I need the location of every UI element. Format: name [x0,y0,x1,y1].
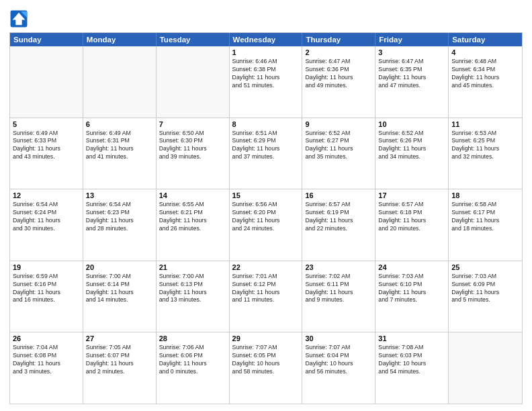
calendar-row: 5Sunrise: 6:49 AM Sunset: 6:33 PM Daylig… [10,118,522,190]
calendar-cell: 9Sunrise: 6:52 AM Sunset: 6:27 PM Daylig… [302,118,375,189]
calendar-cell: 18Sunrise: 6:58 AM Sunset: 6:17 PM Dayli… [449,189,522,261]
day-number: 21 [159,263,226,271]
calendar-cell: 25Sunrise: 7:03 AM Sunset: 6:09 PM Dayli… [449,261,522,332]
calendar-row: 19Sunrise: 6:59 AM Sunset: 6:16 PM Dayli… [10,261,522,333]
calendar-cell: 12Sunrise: 6:54 AM Sunset: 6:24 PM Dayli… [10,189,83,261]
day-number: 15 [232,191,300,199]
cell-info: Sunrise: 7:02 AM Sunset: 6:11 PM Dayligh… [305,273,372,305]
weekday-header: Friday [375,33,449,46]
day-number: 12 [13,191,80,199]
calendar-cell [10,46,83,118]
cell-info: Sunrise: 7:00 AM Sunset: 6:14 PM Dayligh… [86,273,153,305]
day-number: 24 [378,263,445,271]
calendar-body: 1Sunrise: 6:46 AM Sunset: 6:38 PM Daylig… [10,46,522,404]
calendar-cell [157,46,230,118]
cell-info: Sunrise: 6:48 AM Sunset: 6:34 PM Dayligh… [451,58,519,90]
weekday-header: Saturday [449,33,522,46]
calendar-cell: 4Sunrise: 6:48 AM Sunset: 6:34 PM Daylig… [449,46,522,118]
calendar: SundayMondayTuesdayWednesdayThursdayFrid… [9,32,523,404]
cell-info: Sunrise: 6:52 AM Sunset: 6:27 PM Dayligh… [305,130,372,162]
calendar-cell: 7Sunrise: 6:50 AM Sunset: 6:30 PM Daylig… [157,118,230,189]
day-number: 3 [378,48,445,56]
day-number: 13 [86,191,153,199]
weekday-header: Sunday [10,33,83,46]
day-number: 8 [232,120,300,128]
cell-info: Sunrise: 6:51 AM Sunset: 6:29 PM Dayligh… [232,130,300,162]
calendar-cell: 19Sunrise: 6:59 AM Sunset: 6:16 PM Dayli… [10,261,83,332]
cell-info: Sunrise: 7:07 AM Sunset: 6:04 PM Dayligh… [305,344,372,376]
day-number: 31 [378,334,445,342]
calendar-cell: 2Sunrise: 6:47 AM Sunset: 6:36 PM Daylig… [302,46,375,118]
cell-info: Sunrise: 7:00 AM Sunset: 6:13 PM Dayligh… [159,273,226,305]
day-number: 30 [305,334,372,342]
day-number: 20 [86,263,153,271]
calendar-cell: 8Sunrise: 6:51 AM Sunset: 6:29 PM Daylig… [230,118,303,189]
weekday-header: Monday [83,33,157,46]
day-number: 4 [451,48,519,56]
day-number: 25 [451,263,519,271]
calendar-cell: 24Sunrise: 7:03 AM Sunset: 6:10 PM Dayli… [375,261,449,332]
calendar-cell: 14Sunrise: 6:55 AM Sunset: 6:21 PM Dayli… [157,189,230,261]
calendar-cell: 27Sunrise: 7:05 AM Sunset: 6:07 PM Dayli… [83,332,157,404]
cell-info: Sunrise: 6:55 AM Sunset: 6:21 PM Dayligh… [159,201,226,233]
cell-info: Sunrise: 6:54 AM Sunset: 6:23 PM Dayligh… [86,201,153,233]
calendar-cell: 13Sunrise: 6:54 AM Sunset: 6:23 PM Dayli… [83,189,157,261]
calendar-cell: 21Sunrise: 7:00 AM Sunset: 6:13 PM Dayli… [157,261,230,332]
cell-info: Sunrise: 7:08 AM Sunset: 6:03 PM Dayligh… [378,344,445,376]
calendar-cell: 31Sunrise: 7:08 AM Sunset: 6:03 PM Dayli… [375,332,449,404]
cell-info: Sunrise: 6:52 AM Sunset: 6:26 PM Dayligh… [378,130,445,162]
weekday-header: Wednesday [230,33,303,46]
calendar-row: 12Sunrise: 6:54 AM Sunset: 6:24 PM Dayli… [10,189,522,261]
calendar-cell: 10Sunrise: 6:52 AM Sunset: 6:26 PM Dayli… [375,118,449,189]
calendar-cell: 23Sunrise: 7:02 AM Sunset: 6:11 PM Dayli… [302,261,375,332]
cell-info: Sunrise: 6:46 AM Sunset: 6:38 PM Dayligh… [232,58,300,90]
cell-info: Sunrise: 7:03 AM Sunset: 6:09 PM Dayligh… [451,273,519,305]
day-number: 9 [305,120,372,128]
calendar-cell: 20Sunrise: 7:00 AM Sunset: 6:14 PM Dayli… [83,261,157,332]
calendar-cell: 15Sunrise: 6:56 AM Sunset: 6:20 PM Dayli… [230,189,303,261]
day-number: 18 [451,191,519,199]
day-number: 28 [159,334,226,342]
day-number: 11 [451,120,519,128]
calendar-cell: 3Sunrise: 6:47 AM Sunset: 6:35 PM Daylig… [375,46,449,118]
cell-info: Sunrise: 6:50 AM Sunset: 6:30 PM Dayligh… [159,130,226,162]
weekday-header: Thursday [302,33,375,46]
calendar-page: SundayMondayTuesdayWednesdayThursdayFrid… [0,0,532,411]
day-number: 22 [232,263,300,271]
calendar-cell [449,332,522,404]
cell-info: Sunrise: 6:53 AM Sunset: 6:25 PM Dayligh… [451,130,519,162]
day-number: 26 [13,334,80,342]
cell-info: Sunrise: 7:06 AM Sunset: 6:06 PM Dayligh… [159,344,226,376]
calendar-cell [83,46,157,118]
cell-info: Sunrise: 6:47 AM Sunset: 6:36 PM Dayligh… [305,58,372,90]
cell-info: Sunrise: 6:59 AM Sunset: 6:16 PM Dayligh… [13,273,80,305]
calendar-cell: 29Sunrise: 7:07 AM Sunset: 6:05 PM Dayli… [230,332,303,404]
weekday-header: Tuesday [157,33,230,46]
day-number: 14 [159,191,226,199]
cell-info: Sunrise: 6:57 AM Sunset: 6:19 PM Dayligh… [305,201,372,233]
day-number: 2 [305,48,372,56]
day-number: 1 [232,48,300,56]
calendar-cell: 26Sunrise: 7:04 AM Sunset: 6:08 PM Dayli… [10,332,83,404]
calendar-cell: 5Sunrise: 6:49 AM Sunset: 6:33 PM Daylig… [10,118,83,189]
cell-info: Sunrise: 6:54 AM Sunset: 6:24 PM Dayligh… [13,201,80,233]
day-number: 5 [13,120,80,128]
cell-info: Sunrise: 6:58 AM Sunset: 6:17 PM Dayligh… [451,201,519,233]
day-number: 10 [378,120,445,128]
calendar-cell: 16Sunrise: 6:57 AM Sunset: 6:19 PM Dayli… [302,189,375,261]
cell-info: Sunrise: 6:56 AM Sunset: 6:20 PM Dayligh… [232,201,300,233]
calendar-row: 26Sunrise: 7:04 AM Sunset: 6:08 PM Dayli… [10,332,522,404]
calendar-cell: 28Sunrise: 7:06 AM Sunset: 6:06 PM Dayli… [157,332,230,404]
day-number: 19 [13,263,80,271]
day-number: 16 [305,191,372,199]
cell-info: Sunrise: 7:04 AM Sunset: 6:08 PM Dayligh… [13,344,80,376]
cell-info: Sunrise: 6:49 AM Sunset: 6:33 PM Dayligh… [13,130,80,162]
calendar-row: 1Sunrise: 6:46 AM Sunset: 6:38 PM Daylig… [10,46,522,118]
logo [9,9,31,28]
calendar-cell: 30Sunrise: 7:07 AM Sunset: 6:04 PM Dayli… [302,332,375,404]
cell-info: Sunrise: 7:05 AM Sunset: 6:07 PM Dayligh… [86,344,153,376]
cell-info: Sunrise: 7:07 AM Sunset: 6:05 PM Dayligh… [232,344,300,376]
page-header [9,7,523,28]
day-number: 23 [305,263,372,271]
day-number: 29 [232,334,300,342]
